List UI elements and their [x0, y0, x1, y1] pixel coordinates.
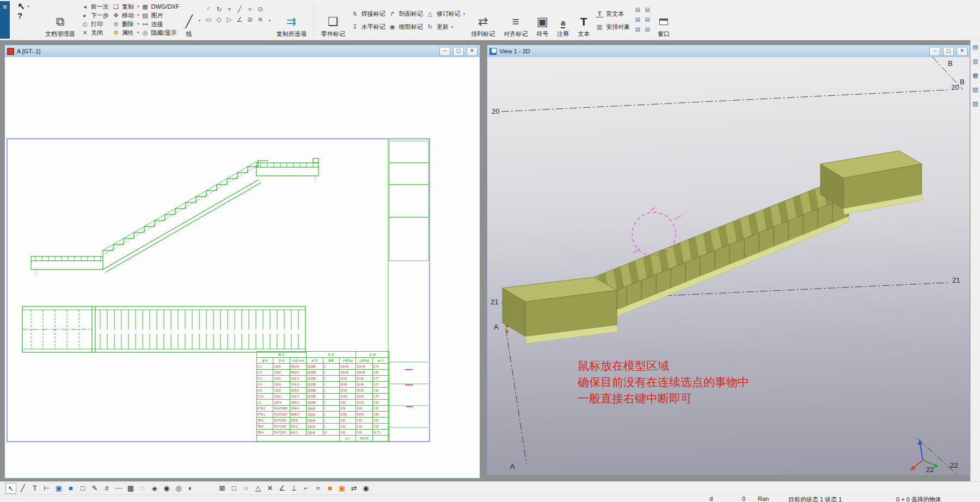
part-mark-button[interactable]: ❏ 零件标记 — [318, 1, 348, 39]
cross-mark-tool-icon[interactable]: ✕ — [255, 15, 265, 25]
copy-selected-button[interactable]: ⇉ 复制所选项 — [274, 1, 309, 39]
detail-mark-button[interactable]: ◉细部标记 — [389, 22, 423, 32]
cross-tool-icon[interactable]: + — [224, 4, 234, 14]
snap-triangle-icon[interactable]: △ — [253, 483, 264, 494]
arc-tool-icon[interactable]: ◜ — [204, 4, 213, 14]
panel-layout-2-icon[interactable]: ▥ — [970, 58, 980, 69]
level-mark-button[interactable]: ↧水平标记 — [351, 22, 385, 32]
note-button[interactable]: a 注释 — [554, 1, 572, 39]
arrange-marks-button[interactable]: ⇄ 排列标记 — [468, 1, 498, 39]
snap-grid-icon[interactable]: # — [101, 483, 112, 494]
delete-button[interactable]: ⊘删除 — [112, 20, 134, 28]
panel-layout-3-icon[interactable]: ▦ — [970, 72, 980, 83]
area-select-icon[interactable]: ▣ — [53, 483, 64, 494]
pen-tool-icon[interactable]: ✎ — [89, 483, 100, 494]
minimize-button[interactable]: ─ — [439, 47, 450, 56]
restore-button[interactable]: ▢ — [453, 47, 464, 56]
image-button[interactable]: ▾▨图片 — [137, 11, 179, 20]
empty-box-select-icon[interactable]: □ — [77, 483, 88, 494]
polygon-tool-icon[interactable]: ▷ — [224, 15, 234, 25]
drawing-window-titlebar[interactable]: A [GT-.1] ─ ▢ ✕ — [5, 45, 480, 57]
zoom-select-icon[interactable]: ◌ — [137, 483, 148, 494]
text-button[interactable]: T 文本 — [575, 1, 592, 39]
arrange-objects-button[interactable]: ▥安排对象 — [596, 22, 630, 32]
section-mark-button[interactable]: ↱剖面标记 — [389, 9, 423, 19]
list-tool-icon[interactable]: ▤ — [633, 15, 642, 24]
align-marks-button[interactable]: ≡ 对齐标记 — [501, 1, 530, 39]
snap-endpoint-icon[interactable]: ⊠ — [217, 483, 228, 494]
solid-select-icon[interactable]: ■ — [65, 483, 76, 494]
pan-tool-icon[interactable]: ◉ — [161, 483, 172, 494]
swap-direction-icon[interactable]: ⇄ — [348, 483, 359, 494]
move-button[interactable]: ✥移动 — [112, 11, 134, 20]
list-tool-icon[interactable]: ▤ — [643, 15, 652, 24]
close-button[interactable]: ✕ — [467, 47, 477, 56]
drawing-canvas[interactable]: 图 名状 态比 例编 号型 材长度(mm)材 质数量单重(kg)总重(kg)备 … — [5, 57, 480, 478]
next-button[interactable]: ▸下一步 — [81, 11, 109, 20]
symbol-button[interactable]: ▣ 符号 — [534, 1, 551, 39]
tracking-toggle-icon[interactable]: ◉ — [360, 483, 371, 494]
snap-box-icon[interactable]: □ — [229, 483, 240, 494]
curve-tool-icon[interactable]: ≈ — [245, 4, 255, 14]
list-tool-icon[interactable]: ▤ — [643, 5, 652, 14]
weld-mark-button[interactable]: ↯焊接标记 — [351, 9, 385, 19]
update-button[interactable]: ↻更新▾ — [426, 22, 465, 32]
list-tool-icon[interactable]: ▤ — [643, 25, 652, 34]
app-menu-button[interactable]: ≡ — [0, 1, 10, 39]
hide-show-button[interactable]: ▾◎隐藏/显示 — [137, 28, 179, 37]
close-drawing-button[interactable]: ✕关闭 — [81, 28, 109, 37]
select-arrow-icon[interactable]: ↖ — [5, 483, 16, 494]
line-dropdown[interactable]: ▾ — [199, 1, 201, 39]
snap-perpendicular-icon[interactable]: ⊥ — [289, 483, 299, 494]
line-segment-icon[interactable]: ╱ — [17, 483, 28, 494]
staircase-plan[interactable] — [22, 307, 305, 352]
list-tool-icon[interactable]: ▤ — [633, 5, 642, 14]
close-button[interactable]: ✕ — [957, 47, 967, 56]
staircase-elevation[interactable] — [31, 158, 318, 276]
dim-tool-icon[interactable]: ⊢ — [41, 483, 52, 494]
staircase-3d-model[interactable] — [503, 151, 923, 344]
ortho-grid-toggle-icon[interactable]: ▣ — [336, 483, 347, 494]
help-button[interactable]: ? — [17, 11, 39, 20]
list-tool-icon[interactable]: ▤ — [633, 25, 642, 34]
properties-button[interactable]: ⚙属性 — [112, 28, 134, 37]
prev-button[interactable]: ◂前一次 — [81, 2, 109, 11]
copy-button[interactable]: ❏复制 — [112, 2, 134, 11]
print-button[interactable]: ⎙打印 — [81, 20, 109, 28]
snap-angle-icon[interactable]: ∠ — [277, 483, 287, 494]
snap-dots-icon[interactable]: ⋯ — [113, 483, 124, 494]
panel-layout-1-icon[interactable]: ▤ — [970, 44, 980, 54]
diamond-tool-icon[interactable]: ◇ — [214, 15, 224, 25]
rect-tool-icon[interactable]: ▭ — [204, 15, 213, 25]
snap-corner-icon[interactable]: ⌐ — [301, 483, 311, 494]
snap-curve-icon[interactable]: ≈ — [313, 483, 323, 494]
panel-layout-4-icon[interactable]: ▧ — [970, 86, 980, 97]
select-pointer-button[interactable]: ↖ ▾ — [17, 2, 39, 11]
grid-view-icon[interactable]: ▦ — [125, 483, 136, 494]
panel-layout-5-icon[interactable]: ▨ — [970, 100, 980, 111]
text-tool-icon[interactable]: T — [29, 483, 40, 494]
magnet-snap-icon[interactable]: ◈ — [149, 483, 160, 494]
window-button[interactable]: 窗口 — [655, 1, 672, 39]
diagonal-tool-icon[interactable]: ╱ — [235, 4, 244, 14]
center-snap-icon[interactable]: ◎ — [173, 483, 184, 494]
visibility-toggle-icon[interactable]: ◐ — [185, 483, 196, 494]
rotate-tool-icon[interactable]: ↻ — [214, 4, 224, 14]
doc-manager-button[interactable]: ⧉ 文档管理器 — [42, 1, 78, 39]
dwg-dxf-button[interactable]: ▾▦DWG/DXF — [137, 2, 179, 11]
rich-text-button[interactable]: T宣文本 — [596, 9, 630, 19]
angle-tool-icon[interactable]: ∠ — [235, 15, 244, 25]
revision-mark-button[interactable]: △修订标记▾ — [426, 9, 465, 19]
minimize-button[interactable]: ─ — [929, 47, 940, 56]
line-tool-button[interactable]: ╱ 线 — [182, 1, 195, 39]
ortho-toggle-icon[interactable]: ■ — [324, 483, 335, 494]
snap-circle-icon[interactable]: ○ — [241, 483, 252, 494]
restore-button[interactable]: ▢ — [943, 47, 954, 56]
circle-point-tool-icon[interactable]: ⊙ — [255, 4, 265, 14]
link-button[interactable]: ▾⊶连接 — [137, 20, 179, 28]
slash-circle-tool-icon[interactable]: ⊘ — [245, 15, 255, 25]
sketch-dropdown[interactable]: ▾ — [268, 1, 271, 39]
view-3d-titlebar[interactable]: View 1 - 3D ─ ▢ ✕ — [487, 45, 970, 57]
snap-cross-icon[interactable]: ✕ — [265, 483, 275, 494]
model-canvas[interactable]: B B 20 20 21 21 A A 22 22 鼠标放在模型区域 确保目前没… — [487, 57, 970, 475]
